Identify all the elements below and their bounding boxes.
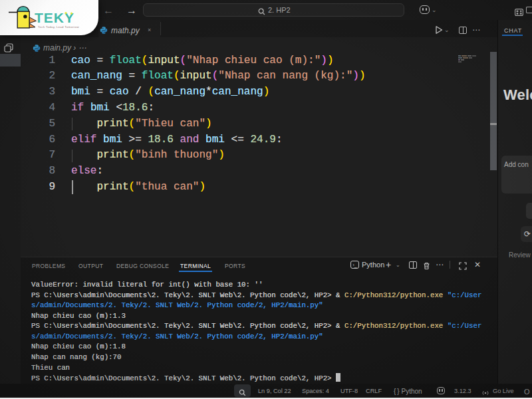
svg-text:Tech Today, Lead Tomorrow: Tech Today, Lead Tomorrow bbox=[38, 25, 79, 29]
svg-text:TEKY: TEKY bbox=[35, 10, 74, 25]
